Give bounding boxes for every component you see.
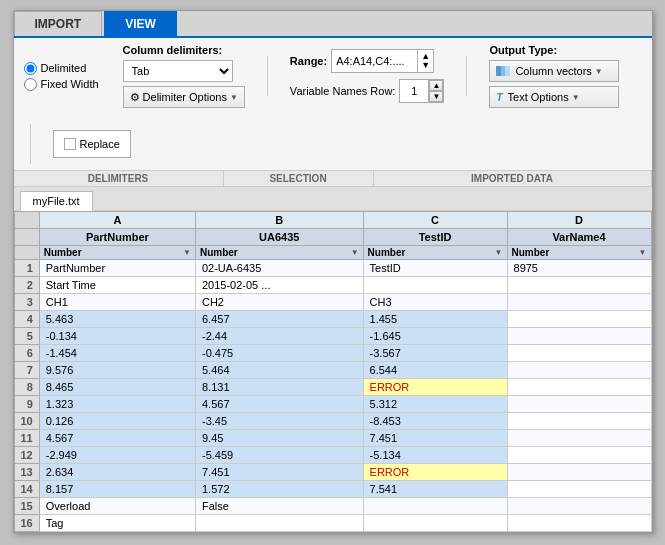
table-cell[interactable] — [507, 481, 651, 498]
replace-checkbox[interactable] — [64, 138, 76, 150]
row-number: 16 — [14, 515, 39, 532]
col-type-c-arrow[interactable]: ▼ — [495, 248, 503, 257]
table-cell[interactable]: 8.157 — [39, 481, 195, 498]
range-input[interactable] — [332, 51, 417, 71]
table-cell[interactable]: PartNumber — [39, 260, 195, 277]
table-cell[interactable]: Tag — [39, 515, 195, 532]
table-cell[interactable]: 4.567 — [195, 396, 363, 413]
table-cell[interactable]: 4.567 — [39, 430, 195, 447]
table-cell[interactable]: TestID — [363, 260, 507, 277]
table-cell[interactable] — [507, 515, 651, 532]
table-cell[interactable]: -0.134 — [39, 328, 195, 345]
table-cell[interactable]: 8975 — [507, 260, 651, 277]
tab-import[interactable]: IMPORT — [14, 11, 103, 36]
table-cell[interactable] — [363, 515, 507, 532]
radio-fixed[interactable]: Fixed Width — [24, 78, 99, 91]
col-name-partnumber: PartNumber — [39, 229, 195, 246]
table-cell[interactable]: -1.645 — [363, 328, 507, 345]
table-cell[interactable]: 6.457 — [195, 311, 363, 328]
radio-delimited-input[interactable] — [24, 62, 37, 75]
table-cell[interactable]: -5.134 — [363, 447, 507, 464]
col-type-d[interactable]: Number ▼ — [507, 246, 651, 260]
col-type-b-arrow[interactable]: ▼ — [351, 248, 359, 257]
col-type-a[interactable]: Number ▼ — [39, 246, 195, 260]
text-options-arrow: ▼ — [572, 93, 580, 102]
table-cell[interactable]: ERROR — [363, 379, 507, 396]
table-cell[interactable] — [507, 328, 651, 345]
col-type-d-arrow[interactable]: ▼ — [639, 248, 647, 257]
radio-delimited[interactable]: Delimited — [24, 62, 99, 75]
varnames-label: Variable Names Row: — [290, 85, 396, 97]
table-cell[interactable]: 9.576 — [39, 362, 195, 379]
table-cell[interactable] — [363, 498, 507, 515]
varnames-input[interactable] — [400, 81, 428, 101]
table-cell[interactable]: 9.45 — [195, 430, 363, 447]
table-cell[interactable]: -3.45 — [195, 413, 363, 430]
table-cell[interactable] — [507, 379, 651, 396]
table-cell[interactable] — [507, 413, 651, 430]
table-cell[interactable]: 7.451 — [195, 464, 363, 481]
table-cell[interactable]: False — [195, 498, 363, 515]
table-cell[interactable]: 2.634 — [39, 464, 195, 481]
table-cell[interactable]: CH1 — [39, 294, 195, 311]
file-tab-myfile[interactable]: myFile.txt — [20, 191, 93, 211]
table-cell[interactable]: 7.541 — [363, 481, 507, 498]
replace-button[interactable]: Replace — [53, 130, 131, 158]
table-cell[interactable] — [507, 362, 651, 379]
varnames-down-btn[interactable]: ▼ — [429, 91, 443, 102]
table-cell[interactable]: -0.475 — [195, 345, 363, 362]
table-cell[interactable]: -8.453 — [363, 413, 507, 430]
table-cell[interactable] — [507, 311, 651, 328]
table-cell[interactable] — [507, 498, 651, 515]
table-cell[interactable] — [507, 447, 651, 464]
table-cell[interactable]: CH3 — [363, 294, 507, 311]
table-cell[interactable]: 2015-02-05 ... — [195, 277, 363, 294]
table-cell[interactable] — [507, 294, 651, 311]
col-name-row: PartNumber UA6435 TestID VarName4 — [14, 229, 651, 246]
table-cell[interactable] — [507, 345, 651, 362]
table-cell[interactable] — [507, 277, 651, 294]
table-cell[interactable] — [507, 396, 651, 413]
table-cell[interactable]: -5.459 — [195, 447, 363, 464]
table-cell[interactable]: CH2 — [195, 294, 363, 311]
varnames-up-btn[interactable]: ▲ — [429, 80, 443, 91]
tab-view[interactable]: VIEW — [104, 11, 177, 36]
col-header-row: A B C D — [14, 212, 651, 229]
table-cell[interactable]: 02-UA-6435 — [195, 260, 363, 277]
col-type-c[interactable]: Number ▼ — [363, 246, 507, 260]
table-cell[interactable]: 5.464 — [195, 362, 363, 379]
table-cell[interactable]: 1.572 — [195, 481, 363, 498]
table-cell[interactable]: 7.451 — [363, 430, 507, 447]
table-row: 12-2.949-5.459-5.134 — [14, 447, 651, 464]
table-cell[interactable]: -2.44 — [195, 328, 363, 345]
data-table: A B C D PartNumber UA6435 TestID VarName… — [14, 211, 652, 532]
text-options-btn[interactable]: T Text Options ▼ — [489, 86, 619, 108]
delimiter-select[interactable]: Tab Comma Space Semicolon — [123, 60, 233, 82]
table-cell[interactable] — [363, 277, 507, 294]
table-cell[interactable]: 0.126 — [39, 413, 195, 430]
table-cell[interactable]: -3.567 — [363, 345, 507, 362]
table-cell[interactable]: 5.312 — [363, 396, 507, 413]
col-type-b[interactable]: Number ▼ — [195, 246, 363, 260]
table-cell[interactable]: 8.465 — [39, 379, 195, 396]
table-cell[interactable]: 6.544 — [363, 362, 507, 379]
range-down-arrow[interactable]: ▼ — [421, 61, 430, 70]
col-type-a-arrow[interactable]: ▼ — [183, 248, 191, 257]
table-cell[interactable] — [507, 464, 651, 481]
output-type-select[interactable]: Column vectors ▼ — [489, 60, 619, 82]
table-cell[interactable]: Overload — [39, 498, 195, 515]
table-cell[interactable]: Start Time — [39, 277, 195, 294]
varnames-spinner[interactable]: ▲ ▼ — [428, 80, 443, 102]
table-cell[interactable] — [195, 515, 363, 532]
table-cell[interactable]: -2.949 — [39, 447, 195, 464]
table-cell[interactable]: -1.454 — [39, 345, 195, 362]
delimiter-options-btn[interactable]: ⚙ Delimiter Options ▼ — [123, 86, 245, 108]
table-cell[interactable]: 5.463 — [39, 311, 195, 328]
range-spinner[interactable]: ▲ ▼ — [417, 50, 433, 72]
table-cell[interactable]: ERROR — [363, 464, 507, 481]
table-cell[interactable] — [507, 430, 651, 447]
table-cell[interactable]: 8.131 — [195, 379, 363, 396]
table-cell[interactable]: 1.323 — [39, 396, 195, 413]
table-cell[interactable]: 1.455 — [363, 311, 507, 328]
radio-fixed-input[interactable] — [24, 78, 37, 91]
